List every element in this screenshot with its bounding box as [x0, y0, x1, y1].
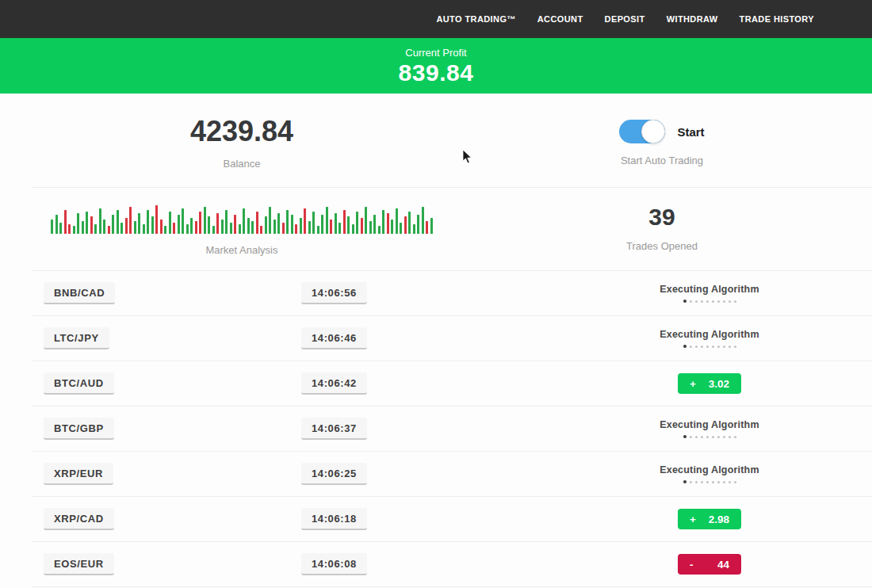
progress-dot-icon: [706, 346, 709, 348]
result-sign: -: [690, 559, 694, 571]
time-badge: 14:06:08: [301, 553, 367, 575]
chart-bar: [90, 216, 93, 234]
chart-bar: [326, 207, 328, 234]
pair-badge[interactable]: XRP/EUR: [44, 463, 113, 485]
chart-bar: [164, 226, 166, 234]
chart-bar: [400, 223, 402, 234]
chart-bar: [330, 220, 332, 234]
progress-dot-icon: [701, 481, 703, 483]
pair-badge[interactable]: BTC/GBP: [44, 418, 114, 440]
chart-bar: [378, 226, 381, 234]
chart-bar: [417, 215, 419, 234]
progress-dot-icon: [695, 481, 698, 483]
profit-banner: Current Profit 839.84: [0, 38, 872, 94]
chart-bar: [190, 218, 193, 234]
chart-bar: [64, 210, 67, 234]
toggle-label: Start: [677, 125, 704, 139]
progress-dot-icon: [729, 346, 731, 348]
time-cell: 14:06:42: [301, 372, 547, 395]
nav-item-deposit[interactable]: DEPOSIT: [605, 14, 645, 24]
chart-bar: [260, 226, 262, 234]
progress-dot-icon: [695, 346, 698, 348]
chart-bar: [277, 213, 280, 234]
chart-bar: [129, 207, 132, 234]
chart-bar: [51, 220, 53, 234]
pair-badge[interactable]: BNB/CAD: [44, 282, 115, 304]
progress-dot-icon: [712, 481, 714, 483]
time-badge: 14:06:56: [301, 282, 367, 304]
chart-bar: [212, 226, 215, 234]
chart-bar: [269, 207, 271, 234]
trades-opened-value: 39: [648, 204, 675, 230]
chart-bar: [234, 215, 236, 234]
progress-dot-icon: [734, 346, 736, 348]
chart-bar: [82, 221, 84, 234]
result-value: 2.98: [709, 514, 729, 525]
chart-bar: [221, 220, 224, 234]
pair-badge[interactable]: BTC/AUD: [44, 372, 114, 395]
progress-dot-icon: [690, 436, 692, 438]
chart-bar: [151, 216, 154, 234]
result-value: 3.02: [709, 378, 729, 390]
pair-badge[interactable]: XRP/CAD: [44, 508, 114, 530]
chart-bar: [138, 213, 140, 234]
chart-bar: [55, 215, 58, 234]
chart-bar: [199, 212, 201, 234]
progress-dot-icon: [729, 436, 731, 438]
auto-trading-stat: Start Start Auto Trading: [452, 116, 872, 187]
progress-dot-icon: [717, 481, 720, 483]
nav-item-trade-history[interactable]: TRADE HISTORY: [740, 14, 814, 24]
chart-bar: [422, 207, 424, 234]
chart-bar: [108, 226, 110, 234]
profit-badge: +2.98: [678, 509, 741, 529]
chart-bar: [178, 215, 180, 234]
progress-dot-icon: [683, 480, 687, 483]
nav-item-withdraw[interactable]: WITHDRAW: [667, 14, 718, 24]
progress-dot-icon: [683, 435, 687, 438]
trade-row: BTC/GBP14:06:37Executing Algorithm: [32, 406, 872, 451]
progress-dot-icon: [706, 300, 709, 303]
chart-bar: [94, 224, 97, 234]
progress-dots: [683, 435, 736, 438]
progress-dot-icon: [706, 481, 709, 483]
chart-bar: [99, 208, 101, 234]
chart-bar: [86, 212, 88, 234]
chart-bar: [225, 210, 228, 234]
trade-row: EOS/EUR14:06:08-44: [32, 541, 872, 586]
time-badge: 14:06:46: [301, 327, 367, 349]
chart-bar: [282, 223, 285, 234]
market-analysis-stat: Market Analysis: [32, 204, 452, 270]
pair-badge[interactable]: EOS/EUR: [44, 553, 114, 575]
chart-bar: [300, 218, 302, 234]
auto-trading-toggle[interactable]: [619, 120, 665, 143]
progress-dots: [683, 345, 736, 348]
time-badge: 14:06:42: [301, 372, 367, 395]
profit-badge: +3.02: [678, 373, 741, 394]
result-value: 44: [717, 559, 729, 571]
progress-dot-icon: [701, 346, 703, 348]
chart-bar: [404, 216, 407, 234]
progress-dot-icon: [734, 300, 736, 303]
status-cell: Executing Algorithm: [547, 284, 872, 303]
balance-toggle-row: 4239.84 Balance Start Start Auto Trading: [32, 94, 872, 188]
chart-bar: [251, 221, 254, 234]
status-cell: +2.98: [547, 509, 872, 529]
progress-dot-icon: [734, 481, 736, 483]
nav-item-account[interactable]: ACCOUNT: [537, 14, 583, 24]
trade-row: BNB/CAD14:06:56Executing Algorithm: [32, 270, 872, 315]
chart-bar: [73, 226, 75, 234]
chart-bar: [347, 216, 350, 234]
pair-cell: BTC/GBP: [32, 418, 301, 440]
progress-dots: [683, 480, 736, 483]
auto-trading-label: Start Auto Trading: [621, 155, 703, 166]
status-cell: +3.02: [547, 373, 872, 394]
market-trades-row: Market Analysis 39 Trades Opened: [32, 188, 872, 270]
pair-badge[interactable]: LTC/JPY: [44, 327, 109, 349]
progress-dot-icon: [683, 300, 687, 303]
progress-dot-icon: [723, 436, 725, 438]
progress-dot-icon: [712, 436, 714, 438]
trades-opened-label: Trades Opened: [626, 240, 698, 252]
nav-item-auto-trading[interactable]: AUTO TRADING™: [436, 14, 515, 24]
result-sign: +: [690, 378, 696, 390]
chart-bar: [134, 221, 136, 234]
